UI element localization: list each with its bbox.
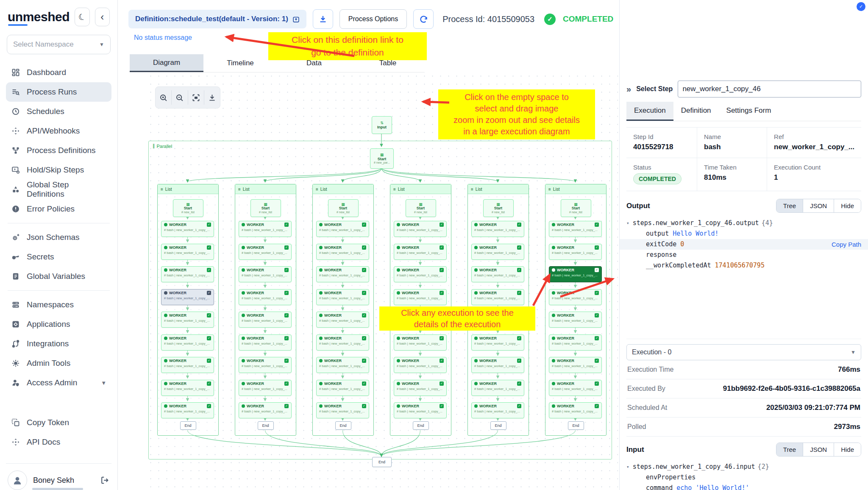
worker-node[interactable]: WORKER✓ # bash | new_worker_1_copy_... [239,312,292,328]
worker-node[interactable]: WORKER✓ # bash | new_worker_1_copy_... [161,334,214,351]
zoom-in-icon[interactable] [156,90,171,105]
list-start-node[interactable]: ▦Start# new_list [406,199,436,217]
worker-node[interactable]: WORKER✓ # bash | new_worker_1_copy_... [471,357,524,373]
worker-node[interactable]: WORKER✓ # bash | new_worker_1_copy_... [161,289,214,305]
worker-node[interactable]: WORKER✓ # bash | new_worker_1_copy_... [161,357,214,373]
copy-path-link[interactable]: Copy Path [832,239,861,250]
tree-root[interactable]: ▾steps.new_worker_1_copy_46.input{2} [626,462,861,472]
zoom-out-icon[interactable] [171,90,187,105]
worker-node[interactable]: WORKER✓ # bash | new_worker_1_copy_... [394,402,447,418]
list-column-header[interactable]: ≡List [235,184,296,194]
input-tree-button[interactable]: Tree [776,443,803,456]
list-end-node[interactable]: End [180,421,196,430]
worker-node[interactable]: WORKER✓ # bash | new_worker_1_copy_... [239,380,292,396]
sidebar-item-integrations[interactable]: Integrations [6,334,111,354]
input-json-button[interactable]: JSON [803,443,834,456]
worker-node[interactable]: WORKER✓ # bash | new_worker_1_copy_... [549,357,602,373]
list-column-header[interactable]: ≡List [158,184,218,194]
worker-node[interactable]: WORKER✓ # bash | new_worker_1_copy_... [549,402,602,418]
sidebar-item-admin-tools[interactable]: Admin Tools [6,354,111,373]
parallel-start-node[interactable]: ▦Start# new_par... [370,148,394,169]
end-node[interactable]: End [372,457,392,467]
sidebar-item-secrets[interactable]: Secrets [6,247,111,267]
sidebar-item-schedules[interactable]: Schedules [6,102,111,121]
browser-extension-badge-icon[interactable]: ✓ [857,2,865,11]
tab-definition[interactable]: Definition [673,102,719,121]
select-step-input[interactable]: new_worker_1_copy_46 [678,81,861,97]
output-hide-button[interactable]: Hide [834,199,861,212]
status-message[interactable]: No status message [134,34,192,42]
worker-node[interactable]: WORKER✓ # bash | new_worker_1_copy_... [471,221,524,237]
worker-node[interactable]: WORKER✓ # bash | new_worker_1_copy_... [394,357,447,373]
worker-node[interactable]: WORKER✓ # bash | new_worker_1_copy_... [239,357,292,373]
sidebar-item-hold-skip-steps[interactable]: Hold/Skip Steps [6,160,111,180]
worker-node[interactable]: WORKER✓ # bash | new_worker_1_copy_... [239,244,292,260]
worker-node[interactable]: WORKER✓ # bash | new_worker_1_copy_... [549,244,602,260]
worker-node[interactable]: WORKER✓ # bash | new_worker_1_copy_... [316,312,369,328]
collapse-sidebar-button[interactable]: ‹ [95,8,110,26]
worker-node[interactable]: WORKER✓ # bash | new_worker_1_copy_... [549,334,602,351]
tab-diagram[interactable]: Diagram [130,54,203,72]
worker-node[interactable]: WORKER✓ # bash | new_worker_1_copy_... [161,312,214,328]
logout-icon[interactable] [100,476,110,485]
worker-node[interactable]: WORKER✓ # bash | new_worker_1_copy_... [549,221,602,237]
sidebar-item-copy-token[interactable]: Copy Token [6,413,111,432]
output-json-button[interactable]: JSON [803,199,834,212]
worker-node[interactable]: WORKER✓ # bash | new_worker_1_copy_... [316,244,369,260]
list-end-node[interactable]: End [490,421,506,430]
list-start-node[interactable]: ▦Start# new_list [328,199,359,217]
worker-node[interactable]: WORKER✓ # bash | new_worker_1_copy_... [161,380,214,396]
list-start-node[interactable]: ▦Start# new_list [561,199,591,217]
list-column-header[interactable]: ≡List [545,184,606,194]
sidebar-item-applications[interactable]: Applications [6,315,111,334]
list-end-node[interactable]: End [335,421,351,430]
worker-node[interactable]: WORKER✓ # bash | new_worker_1_copy_... [316,380,369,396]
worker-node[interactable]: WORKER✓ # bash | new_worker_1_copy_... [239,402,292,418]
list-column-header[interactable]: ≡List [313,184,373,194]
worker-node[interactable]: WORKER✓ # bash | new_worker_1_copy_... [471,334,524,351]
namespace-select[interactable]: Select Namespace ▼ [7,35,111,54]
worker-node[interactable]: WORKER✓ # bash | new_worker_1_copy_... [161,221,214,237]
sidebar-item-process-runs[interactable]: Process Runs [6,82,111,102]
worker-node[interactable]: WORKER✓ # bash | new_worker_1_copy_... [316,357,369,373]
worker-node[interactable]: WORKER✓ # bash | new_worker_1_copy_... [394,289,447,305]
worker-node[interactable]: WORKER✓ # bash | new_worker_1_copy_... [239,266,292,282]
refresh-button[interactable] [413,9,434,29]
user-profile[interactable]: Boney Sekh [6,463,111,490]
worker-node[interactable]: WORKER✓ # bash | new_worker_1_copy_... [316,402,369,418]
fit-view-icon[interactable] [188,90,204,105]
worker-node[interactable]: WORKER✓ # bash | new_worker_1_copy_... [549,380,602,396]
process-options-button[interactable]: Process Options [339,9,407,29]
sidebar-item-global-step-definitions[interactable]: Global Step Definitions [6,180,111,199]
list-start-node[interactable]: ▦Start# new_list [250,199,281,217]
download-process-button[interactable] [313,9,333,29]
download-image-icon[interactable] [204,90,220,105]
sidebar-item-dashboard[interactable]: Dashboard [6,63,111,82]
input-hide-button[interactable]: Hide [834,443,861,456]
theme-toggle-button[interactable]: ☾ [75,8,89,26]
sidebar-item-json-schemas[interactable]: Json Schemas [6,228,111,247]
list-end-node[interactable]: End [413,421,429,430]
worker-node[interactable]: WORKER✓ # bash | new_worker_1_copy_... [394,380,447,396]
worker-node[interactable]: WORKER✓ # bash | new_worker_1_copy_... [316,266,369,282]
tree-root[interactable]: ▾steps.new_worker_1_copy_46.output{4} [626,218,861,228]
worker-node[interactable]: WORKER✓ # bash | new_worker_1_copy_... [549,289,602,305]
list-column-header[interactable]: ≡List [468,184,529,194]
sidebar-item-process-definitions[interactable]: Process Definitions [6,141,111,160]
sidebar-item-api-webhooks[interactable]: API/Webhooks [6,121,111,141]
worker-node[interactable]: WORKER✓ # bash | new_worker_1_copy_... [549,312,602,328]
worker-node[interactable]: WORKER✓ # bash | new_worker_1_copy_... [239,334,292,351]
worker-node[interactable]: WORKER✓ # bash | new_worker_1_copy_... [161,244,214,260]
worker-node[interactable]: WORKER✓ # bash | new_worker_1_copy_... [394,266,447,282]
worker-node[interactable]: WORKER✓ # bash | new_worker_1_copy_... [394,244,447,260]
sidebar-item-access-admin[interactable]: Access Admin ▼ [6,373,111,393]
worker-node[interactable]: WORKER✓ # bash | new_worker_1_copy_... [394,334,447,351]
list-end-node[interactable]: End [258,421,274,430]
sidebar-item-error-policies[interactable]: Error Policies [6,199,111,219]
list-end-node[interactable]: End [568,421,584,430]
worker-node[interactable]: WORKER✓ # bash | new_worker_1_copy_... [549,266,602,282]
worker-node[interactable]: WORKER✓ # bash | new_worker_1_copy_... [161,402,214,418]
tab-timeline[interactable]: Timeline [203,54,277,72]
worker-node[interactable]: WORKER✓ # bash | new_worker_1_copy_... [316,289,369,305]
list-column-header[interactable]: ≡List [390,184,451,194]
